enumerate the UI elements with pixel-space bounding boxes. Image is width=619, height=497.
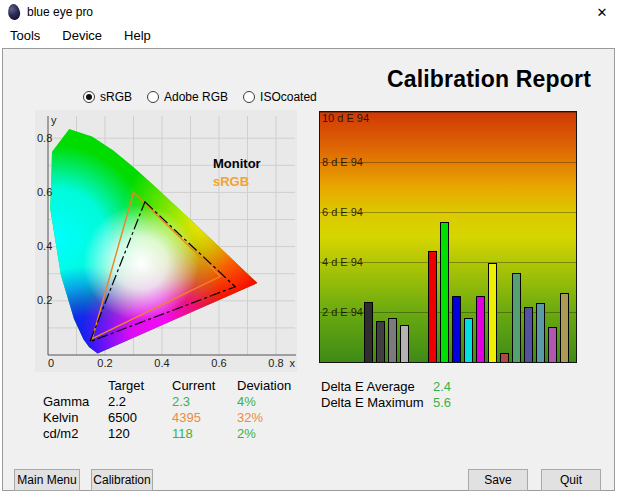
deviation-value: 4% [237, 394, 307, 410]
delta-bar-4 [428, 251, 437, 362]
delta-e-average-label: Delta E Average [321, 379, 433, 395]
table-row: Kelvin6500439532% [43, 410, 307, 426]
delta-bar-15 [560, 293, 569, 362]
save-button[interactable]: Save [468, 469, 528, 491]
x-tick: 0.2 [97, 357, 112, 369]
quit-button[interactable]: Quit [541, 469, 601, 491]
current-value: 4395 [172, 410, 237, 426]
delta-e-average-value: 2.4 [433, 379, 493, 395]
deviation-value: 32% [237, 410, 307, 426]
x-tick: 0.6 [211, 357, 226, 369]
calibration-button[interactable]: Calibration [91, 469, 153, 491]
cie-diagram: y 0.8 0.6 0.4 0.2 0 0.2 0.4 0.6 0.8 x Mo… [35, 110, 297, 372]
spectral-locus [35, 110, 297, 372]
current-value: 118 [172, 426, 237, 442]
window-title: blue eye pro [27, 5, 93, 19]
menu-device[interactable]: Device [62, 28, 102, 43]
header-deviation: Deviation [237, 378, 307, 394]
delta-bar-5 [440, 222, 449, 362]
y-tick: 0.8 [37, 132, 52, 144]
header-spacer [43, 378, 108, 394]
radio-label: ISOcoated [260, 90, 317, 104]
delta-bar-10 [500, 353, 509, 362]
delta-bar-7 [464, 318, 473, 362]
delta-bar-11 [512, 273, 521, 362]
delta-bar-1 [376, 321, 385, 362]
chart-y-label: 6 d E 94 [322, 206, 363, 218]
delta-bar-6 [452, 296, 461, 362]
header-current: Current [172, 378, 237, 394]
delta-bars: 10 d E 948 d E 946 d E 944 d E 942 d E 9… [320, 112, 576, 362]
app-icon [7, 3, 21, 21]
legend-srgb: sRGB [213, 174, 249, 189]
x-tick: 0 [48, 357, 54, 369]
delta-bar-8 [476, 296, 485, 362]
target-value: 2.2 [108, 394, 172, 410]
results-table: Target Current Deviation Gamma2.22.34%Ke… [43, 378, 307, 442]
chart-y-label: 8 d E 94 [322, 156, 363, 168]
table-row: cd/m21201182% [43, 426, 307, 442]
delta-bar-12 [524, 307, 533, 362]
legend-monitor: Monitor [213, 156, 261, 171]
deviation-value: 2% [237, 426, 307, 442]
delta-e-maximum-value: 5.6 [433, 395, 493, 411]
radio-isocoated[interactable]: ISOcoated [243, 90, 317, 104]
close-icon[interactable]: ✕ [592, 3, 612, 22]
metric-label: Kelvin [43, 410, 108, 426]
target-value: 6500 [108, 410, 172, 426]
delta-bar-9 [488, 263, 497, 362]
radio-label: Adobe RGB [164, 90, 228, 104]
x-axis-letter: x [290, 357, 296, 369]
delta-bar-3 [400, 325, 409, 363]
delta-bar-0 [364, 302, 373, 362]
delta-e-maximum-label: Delta E Maximum [321, 395, 433, 411]
current-value: 2.3 [172, 394, 237, 410]
delta-e-maximum-row: Delta E Maximum 5.6 [321, 395, 493, 411]
cie-svg: y 0.8 0.6 0.4 0.2 0 0.2 0.4 0.6 0.8 x Mo… [35, 110, 297, 372]
results-rows: Gamma2.22.34%Kelvin6500439532%cd/m212011… [43, 394, 307, 442]
delta-bar-13 [536, 303, 545, 362]
y-tick: 0.4 [37, 240, 52, 252]
radio-adobe-rgb[interactable]: Adobe RGB [147, 90, 228, 104]
radio-icon [147, 91, 159, 103]
target-value: 120 [108, 426, 172, 442]
y-axis-letter: y [51, 114, 57, 126]
delta-e-average-row: Delta E Average 2.4 [321, 379, 493, 395]
table-row: Gamma2.22.34% [43, 394, 307, 410]
table-header-row: Target Current Deviation [43, 378, 307, 394]
menu-tools[interactable]: Tools [10, 28, 40, 43]
menu-bar: Tools Device Help [0, 24, 619, 47]
radio-srgb[interactable]: sRGB [83, 90, 132, 104]
radio-icon [243, 91, 255, 103]
radio-label: sRGB [100, 90, 132, 104]
page-title: Calibration Report [372, 66, 606, 93]
y-tick: 0.2 [37, 294, 52, 306]
header-target: Target [108, 378, 172, 394]
radio-icon [83, 91, 95, 103]
metric-label: cd/m2 [43, 426, 108, 442]
delta-bar-2 [388, 318, 397, 362]
metric-label: Gamma [43, 394, 108, 410]
menu-help[interactable]: Help [124, 28, 151, 43]
main-menu-button[interactable]: Main Menu [14, 469, 80, 491]
title-bar: blue eye pro ✕ [0, 0, 619, 24]
delta-bar-14 [548, 327, 557, 362]
x-tick: 0.8 [268, 357, 283, 369]
chart-y-label: 4 d E 94 [322, 256, 363, 268]
delta-e-summary: Delta E Average 2.4 Delta E Maximum 5.6 [321, 379, 493, 411]
chart-y-label: 10 d E 94 [322, 112, 369, 124]
delta-e-chart: 10 d E 948 d E 946 d E 944 d E 942 d E 9… [319, 111, 577, 363]
y-tick: 0.6 [37, 186, 52, 198]
profile-radio-group: sRGBAdobe RGBISOcoated [83, 90, 317, 104]
x-tick: 0.4 [154, 357, 169, 369]
chart-y-label: 2 d E 94 [322, 306, 363, 318]
